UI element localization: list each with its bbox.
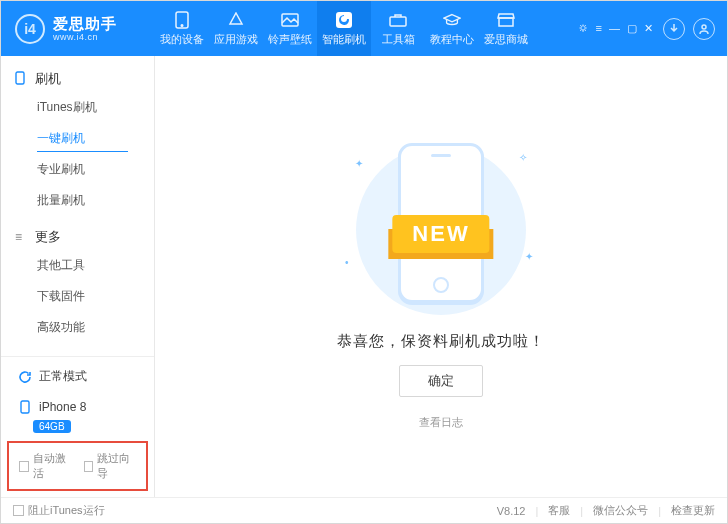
settings-icon[interactable]: ⛭: [578, 22, 589, 35]
sidebar-group-title: 刷机: [35, 70, 61, 88]
sidebar-group-more[interactable]: ≡ 更多: [1, 222, 154, 250]
sidebar-item-other-tools[interactable]: 其他工具: [1, 250, 154, 281]
device-icon: [173, 11, 191, 29]
tab-label: 铃声壁纸: [268, 32, 312, 47]
tab-label: 我的设备: [160, 32, 204, 47]
user-button[interactable]: [693, 18, 715, 40]
block-itunes-checkbox[interactable]: 阻止iTunes运行: [13, 503, 105, 518]
version-label: V8.12: [497, 505, 526, 517]
app-logo: i4 爱思助手 www.i4.cn: [1, 1, 155, 56]
sidebar-group-flash[interactable]: 刷机: [1, 64, 154, 92]
support-link[interactable]: 客服: [548, 503, 570, 518]
main-panel: ✦✧•✦ NEW 恭喜您，保资料刷机成功啦！ 确定 查看日志: [155, 56, 727, 497]
tab-store[interactable]: 爱思商城: [479, 1, 533, 56]
toolbox-icon: [389, 11, 407, 29]
app-header: i4 爱思助手 www.i4.cn 我的设备 应用游戏: [1, 1, 727, 56]
app-title: 爱思助手: [53, 15, 117, 32]
apps-icon: [227, 11, 245, 29]
sidebar-item-advanced[interactable]: 高级功能: [1, 312, 154, 343]
success-message: 恭喜您，保资料刷机成功啦！: [337, 332, 545, 351]
svg-rect-4: [390, 17, 406, 26]
device-info[interactable]: iPhone 8 64GB: [11, 396, 144, 433]
svg-rect-3: [336, 12, 352, 28]
sidebar: 刷机 iTunes刷机 一键刷机 专业刷机 批量刷机 ≡ 更多 其他工具 下载固…: [1, 56, 155, 497]
skip-guide-checkbox[interactable]: 跳过向导: [84, 451, 137, 481]
tab-label: 爱思商城: [484, 32, 528, 47]
header-tabs: 我的设备 应用游戏 铃声壁纸 智能刷机: [155, 1, 533, 56]
menu-icon: ≡: [15, 230, 29, 244]
device-mode-label: 正常模式: [39, 368, 87, 385]
phone-icon: [15, 71, 29, 88]
success-illustration: ✦✧•✦ NEW: [341, 128, 541, 318]
image-icon: [281, 11, 299, 29]
device-mode[interactable]: 正常模式: [11, 365, 144, 388]
sidebar-group-title: 更多: [35, 228, 61, 246]
maximize-icon[interactable]: ▢: [627, 22, 637, 35]
tab-apps[interactable]: 应用游戏: [209, 1, 263, 56]
tab-toolbox[interactable]: 工具箱: [371, 1, 425, 56]
svg-rect-7: [16, 72, 24, 84]
wechat-link[interactable]: 微信公众号: [593, 503, 648, 518]
sidebar-item-oneclick-flash[interactable]: 一键刷机: [1, 123, 154, 154]
svg-rect-5: [499, 18, 513, 26]
window-controls: ⛭ ≡ — ▢ ✕: [578, 22, 653, 35]
refresh-icon: [17, 369, 33, 385]
tab-flash[interactable]: 智能刷机: [317, 1, 371, 56]
tab-ringtones[interactable]: 铃声壁纸: [263, 1, 317, 56]
tab-label: 教程中心: [430, 32, 474, 47]
tab-my-device[interactable]: 我的设备: [155, 1, 209, 56]
refresh-icon: [335, 11, 353, 29]
tab-label: 工具箱: [382, 32, 415, 47]
close-icon[interactable]: ✕: [644, 22, 653, 35]
tab-tutorials[interactable]: 教程中心: [425, 1, 479, 56]
menu-icon[interactable]: ≡: [596, 22, 602, 35]
sidebar-item-batch-flash[interactable]: 批量刷机: [1, 185, 154, 216]
tab-label: 智能刷机: [322, 32, 366, 47]
phone-icon: [17, 399, 33, 415]
sidebar-item-pro-flash[interactable]: 专业刷机: [1, 154, 154, 185]
sidebar-item-download-firmware[interactable]: 下载固件: [1, 281, 154, 312]
store-icon: [497, 11, 515, 29]
download-button[interactable]: [663, 18, 685, 40]
svg-rect-8: [21, 401, 29, 413]
device-storage-badge: 64GB: [33, 420, 71, 433]
new-ribbon: NEW: [392, 215, 489, 253]
tab-label: 应用游戏: [214, 32, 258, 47]
minimize-icon[interactable]: —: [609, 22, 620, 35]
graduation-icon: [443, 11, 461, 29]
ok-button[interactable]: 确定: [399, 365, 483, 397]
check-update-link[interactable]: 检查更新: [671, 503, 715, 518]
sidebar-item-itunes-flash[interactable]: iTunes刷机: [1, 92, 154, 123]
svg-point-1: [181, 24, 183, 26]
app-subtitle: www.i4.cn: [53, 32, 117, 42]
status-bar: 阻止iTunes运行 V8.12 | 客服 | 微信公众号 | 检查更新: [1, 497, 727, 523]
device-name: iPhone 8: [39, 400, 86, 414]
svg-point-6: [702, 25, 706, 29]
auto-activate-checkbox[interactable]: 自动激活: [19, 451, 72, 481]
view-log-link[interactable]: 查看日志: [419, 415, 463, 430]
flash-options-highlight: 自动激活 跳过向导: [7, 441, 148, 491]
logo-icon: i4: [15, 14, 45, 44]
